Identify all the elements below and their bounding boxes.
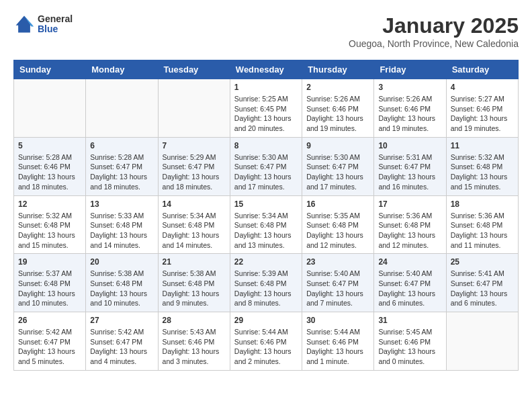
day-number: 16 (306, 199, 369, 209)
calendar-day-cell (86, 79, 158, 138)
day-info: Sunrise: 5:26 AM Sunset: 6:46 PM Dayligh… (378, 94, 441, 134)
weekday-header-wednesday: Wednesday (230, 60, 302, 79)
day-number: 4 (451, 83, 514, 92)
day-info: Sunrise: 5:29 AM Sunset: 6:47 PM Dayligh… (163, 152, 226, 192)
day-number: 13 (90, 199, 153, 209)
day-number: 22 (234, 257, 298, 267)
calendar-week-row: 19Sunrise: 5:37 AM Sunset: 6:48 PM Dayli… (14, 254, 519, 312)
calendar-day-cell: 23Sunrise: 5:40 AM Sunset: 6:47 PM Dayli… (302, 254, 374, 312)
day-number: 19 (18, 257, 81, 267)
day-number: 27 (90, 316, 153, 325)
day-info: Sunrise: 5:30 AM Sunset: 6:47 PM Dayligh… (234, 152, 298, 192)
logo-blue: Blue (38, 24, 73, 34)
weekday-header-tuesday: Tuesday (158, 60, 230, 79)
calendar-day-cell: 13Sunrise: 5:33 AM Sunset: 6:48 PM Dayli… (86, 195, 158, 254)
day-number: 18 (451, 199, 514, 209)
day-number: 3 (378, 83, 441, 92)
calendar-day-cell: 5Sunrise: 5:28 AM Sunset: 6:46 PM Daylig… (14, 137, 86, 195)
calendar-day-cell: 3Sunrise: 5:26 AM Sunset: 6:46 PM Daylig… (374, 79, 446, 138)
day-info: Sunrise: 5:36 AM Sunset: 6:48 PM Dayligh… (451, 211, 514, 250)
day-info: Sunrise: 5:28 AM Sunset: 6:47 PM Dayligh… (90, 152, 153, 192)
day-number: 20 (90, 257, 153, 267)
calendar-day-cell: 27Sunrise: 5:42 AM Sunset: 6:47 PM Dayli… (86, 312, 158, 371)
day-info: Sunrise: 5:45 AM Sunset: 6:46 PM Dayligh… (378, 327, 441, 367)
calendar-day-cell: 21Sunrise: 5:38 AM Sunset: 6:48 PM Dayli… (158, 254, 230, 312)
day-info: Sunrise: 5:26 AM Sunset: 6:46 PM Dayligh… (306, 94, 369, 134)
calendar-day-cell: 14Sunrise: 5:34 AM Sunset: 6:48 PM Dayli… (158, 195, 230, 254)
day-number: 8 (234, 141, 298, 150)
calendar-day-cell: 9Sunrise: 5:30 AM Sunset: 6:47 PM Daylig… (302, 137, 374, 195)
day-info: Sunrise: 5:40 AM Sunset: 6:47 PM Dayligh… (306, 269, 369, 308)
calendar-day-cell: 28Sunrise: 5:43 AM Sunset: 6:46 PM Dayli… (158, 312, 230, 371)
day-number: 2 (306, 83, 369, 92)
calendar-day-cell: 2Sunrise: 5:26 AM Sunset: 6:46 PM Daylig… (302, 79, 374, 138)
day-info: Sunrise: 5:34 AM Sunset: 6:48 PM Dayligh… (234, 211, 298, 250)
calendar-day-cell: 22Sunrise: 5:39 AM Sunset: 6:48 PM Dayli… (230, 254, 302, 312)
weekday-header-thursday: Thursday (302, 60, 374, 79)
calendar-week-row: 12Sunrise: 5:32 AM Sunset: 6:48 PM Dayli… (14, 195, 519, 254)
calendar-day-cell: 19Sunrise: 5:37 AM Sunset: 6:48 PM Dayli… (14, 254, 86, 312)
day-info: Sunrise: 5:32 AM Sunset: 6:48 PM Dayligh… (451, 152, 514, 192)
day-number: 23 (306, 257, 369, 267)
day-number: 14 (163, 199, 226, 209)
day-info: Sunrise: 5:36 AM Sunset: 6:48 PM Dayligh… (378, 211, 441, 250)
day-info: Sunrise: 5:43 AM Sunset: 6:46 PM Dayligh… (163, 327, 226, 367)
title-block: January 2025 Ouegoa, North Province, New… (349, 13, 519, 49)
day-info: Sunrise: 5:38 AM Sunset: 6:48 PM Dayligh… (90, 269, 153, 308)
calendar-day-cell: 12Sunrise: 5:32 AM Sunset: 6:48 PM Dayli… (14, 195, 86, 254)
day-number: 10 (378, 141, 441, 150)
calendar-day-cell: 17Sunrise: 5:36 AM Sunset: 6:48 PM Dayli… (374, 195, 446, 254)
day-info: Sunrise: 5:44 AM Sunset: 6:46 PM Dayligh… (306, 327, 369, 367)
calendar-day-cell: 7Sunrise: 5:29 AM Sunset: 6:47 PM Daylig… (158, 137, 230, 195)
calendar-week-row: 26Sunrise: 5:42 AM Sunset: 6:47 PM Dayli… (14, 312, 519, 371)
day-info: Sunrise: 5:41 AM Sunset: 6:47 PM Dayligh… (451, 269, 514, 308)
day-info: Sunrise: 5:25 AM Sunset: 6:45 PM Dayligh… (234, 94, 298, 134)
day-number: 17 (378, 199, 441, 209)
day-info: Sunrise: 5:39 AM Sunset: 6:48 PM Dayligh… (234, 269, 298, 308)
weekday-header-friday: Friday (374, 60, 446, 79)
day-number: 12 (18, 199, 81, 209)
day-info: Sunrise: 5:32 AM Sunset: 6:48 PM Dayligh… (18, 211, 81, 250)
month-title: January 2025 (349, 13, 519, 38)
day-number: 1 (234, 83, 298, 92)
calendar-day-cell: 18Sunrise: 5:36 AM Sunset: 6:48 PM Dayli… (446, 195, 518, 254)
weekday-header-row: SundayMondayTuesdayWednesdayThursdayFrid… (14, 60, 519, 79)
calendar-day-cell: 1Sunrise: 5:25 AM Sunset: 6:45 PM Daylig… (230, 79, 302, 138)
logo: General Blue (13, 13, 73, 35)
day-info: Sunrise: 5:42 AM Sunset: 6:47 PM Dayligh… (90, 327, 153, 367)
day-number: 21 (163, 257, 226, 267)
calendar-day-cell: 25Sunrise: 5:41 AM Sunset: 6:47 PM Dayli… (446, 254, 518, 312)
day-info: Sunrise: 5:37 AM Sunset: 6:48 PM Dayligh… (18, 269, 81, 308)
logo-general: General (38, 14, 73, 24)
day-number: 11 (451, 141, 514, 150)
day-info: Sunrise: 5:33 AM Sunset: 6:48 PM Dayligh… (90, 211, 153, 250)
weekday-header-sunday: Sunday (14, 60, 86, 79)
day-info: Sunrise: 5:27 AM Sunset: 6:46 PM Dayligh… (451, 94, 514, 134)
calendar-day-cell: 26Sunrise: 5:42 AM Sunset: 6:47 PM Dayli… (14, 312, 86, 371)
day-number: 29 (234, 316, 298, 325)
day-number: 24 (378, 257, 441, 267)
day-number: 31 (378, 316, 441, 325)
page-header: General Blue January 2025 Ouegoa, North … (13, 13, 519, 49)
calendar-day-cell: 11Sunrise: 5:32 AM Sunset: 6:48 PM Dayli… (446, 137, 518, 195)
day-info: Sunrise: 5:28 AM Sunset: 6:46 PM Dayligh… (18, 152, 81, 192)
calendar-day-cell: 16Sunrise: 5:35 AM Sunset: 6:48 PM Dayli… (302, 195, 374, 254)
weekday-header-saturday: Saturday (446, 60, 518, 79)
day-info: Sunrise: 5:30 AM Sunset: 6:47 PM Dayligh… (306, 152, 369, 192)
calendar-day-cell: 10Sunrise: 5:31 AM Sunset: 6:47 PM Dayli… (374, 137, 446, 195)
day-info: Sunrise: 5:42 AM Sunset: 6:47 PM Dayligh… (18, 327, 81, 367)
day-number: 15 (234, 199, 298, 209)
calendar-week-row: 5Sunrise: 5:28 AM Sunset: 6:46 PM Daylig… (14, 137, 519, 195)
day-number: 9 (306, 141, 369, 150)
calendar-day-cell: 15Sunrise: 5:34 AM Sunset: 6:48 PM Dayli… (230, 195, 302, 254)
logo-icon (13, 13, 35, 35)
calendar-day-cell: 31Sunrise: 5:45 AM Sunset: 6:46 PM Dayli… (374, 312, 446, 371)
day-number: 5 (18, 141, 81, 150)
calendar-day-cell: 8Sunrise: 5:30 AM Sunset: 6:47 PM Daylig… (230, 137, 302, 195)
day-number: 7 (163, 141, 226, 150)
calendar-day-cell: 29Sunrise: 5:44 AM Sunset: 6:46 PM Dayli… (230, 312, 302, 371)
calendar-day-cell: 6Sunrise: 5:28 AM Sunset: 6:47 PM Daylig… (86, 137, 158, 195)
day-info: Sunrise: 5:34 AM Sunset: 6:48 PM Dayligh… (163, 211, 226, 250)
day-number: 30 (306, 316, 369, 325)
day-number: 6 (90, 141, 153, 150)
